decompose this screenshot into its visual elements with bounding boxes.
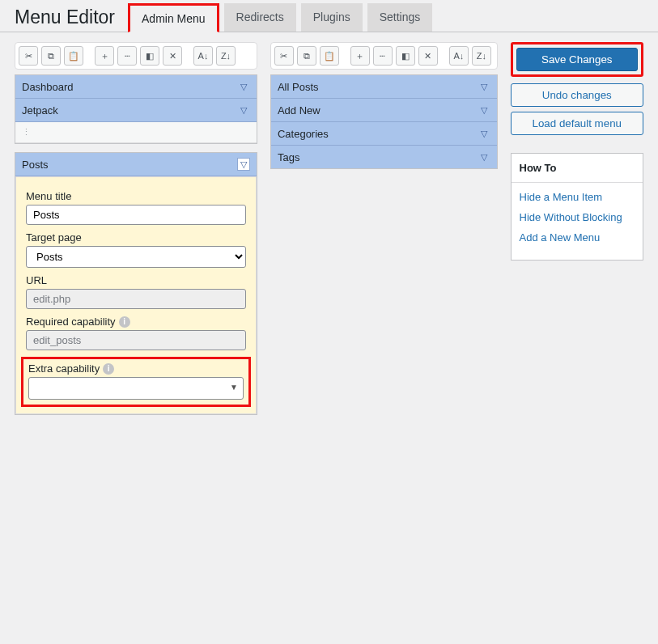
menu-separator[interactable]: ⋮ [15,122,257,143]
target-page-select[interactable]: Posts [26,246,246,268]
sub-item-label: Tags [278,151,299,163]
info-icon[interactable]: i [119,316,130,328]
chevron-down-icon: ▽ [478,127,490,140]
tab-admin-menu[interactable]: Admin Menu [128,3,219,32]
cut-icon[interactable]: ✂ [19,46,38,66]
url-input [26,289,246,309]
chevron-down-icon: ▽ [478,80,490,93]
menu-item-jetpack[interactable]: Jetpack ▽ [15,99,257,122]
sort-asc-icon[interactable]: A↓ [449,46,469,66]
extra-capability-label: Extra capability i [28,362,244,375]
tab-settings[interactable]: Settings [367,3,433,32]
menu-item-label: Posts [22,159,49,171]
extra-capability-section: Extra capability i [21,357,251,407]
sort-desc-icon[interactable]: Z↓ [216,46,236,66]
sub-item-label: All Posts [278,81,319,93]
new-separator-icon[interactable]: ┄ [373,46,393,66]
sub-item-add-new[interactable]: Add New ▽ [271,99,497,122]
chevron-down-icon: ▽ [478,150,490,163]
menu-item-dashboard[interactable]: Dashboard ▽ [15,75,257,99]
sub-item-categories[interactable]: Categories ▽ [271,122,497,146]
howto-box: How To Hide a Menu Item Hide Without Blo… [511,153,643,261]
chevron-down-icon: ▽ [237,104,250,117]
chevron-down-icon: ▽ [237,158,250,171]
sub-item-label: Add New [278,104,321,117]
cut-icon[interactable]: ✂ [274,46,294,66]
delete-icon[interactable]: ✕ [418,46,438,66]
sub-item-label: Categories [278,128,329,140]
menu-item-posts[interactable]: Posts ▽ [15,153,257,176]
tab-bar: Admin Menu Redirects Plugins Settings [126,3,432,32]
howto-links: Hide a Menu Item Hide Without Blocking A… [512,183,643,260]
top-menu-list: Dashboard ▽ Jetpack ▽ ⋮ [15,74,257,144]
sub-item-tags[interactable]: Tags ▽ [271,146,497,168]
howto-link[interactable]: Add a New Menu [520,231,635,244]
menu-title-label: Menu title [26,190,246,202]
hide-icon[interactable]: ◧ [140,46,159,66]
paste-icon[interactable]: 📋 [320,46,339,66]
new-item-icon[interactable]: ＋ [350,46,370,66]
sub-menu-column: ✂ ⧉ 📋 ＋ ┄ ◧ ✕ A↓ Z↓ All Posts ▽ Add New … [270,42,498,415]
info-icon[interactable]: i [103,363,114,375]
paste-icon[interactable]: 📋 [64,46,83,66]
save-button-wrap: Save Changes [511,42,643,77]
menu-item-label: Dashboard [22,81,74,93]
howto-link[interactable]: Hide a Menu Item [520,191,635,203]
chevron-down-icon: ▽ [237,80,250,93]
page-title: Menu Editor [0,0,126,32]
hide-icon[interactable]: ◧ [396,46,415,66]
sort-asc-icon[interactable]: A↓ [193,46,213,66]
copy-icon[interactable]: ⧉ [41,46,61,66]
chevron-down-icon: ▽ [478,104,490,117]
header: Menu Editor Admin Menu Redirects Plugins… [0,0,658,32]
menu-title-input[interactable] [26,205,246,225]
top-menu-column: ✂ ⧉ 📋 ＋ ┄ ◧ ✕ A↓ Z↓ Dashboard ▽ Jetpack … [15,42,257,415]
save-button[interactable]: Save Changes [516,48,638,71]
target-page-label: Target page [26,231,246,244]
sub-toolbar: ✂ ⧉ 📋 ＋ ┄ ◧ ✕ A↓ Z↓ [270,42,498,70]
howto-link[interactable]: Hide Without Blocking [520,211,635,223]
new-separator-icon[interactable]: ┄ [117,46,137,66]
undo-button[interactable]: Undo changes [511,83,643,107]
required-capability-label: Required capability i [26,316,246,328]
top-toolbar: ✂ ⧉ 📋 ＋ ┄ ◧ ✕ A↓ Z↓ [15,42,257,70]
content: ✂ ⧉ 📋 ＋ ┄ ◧ ✕ A↓ Z↓ Dashboard ▽ Jetpack … [0,32,658,425]
actions-column: Save Changes Undo changes Load default m… [511,42,643,415]
tab-redirects[interactable]: Redirects [224,3,296,32]
url-label: URL [26,274,246,286]
howto-title: How To [512,154,643,183]
new-item-icon[interactable]: ＋ [95,46,114,66]
menu-item-label: Jetpack [22,104,58,117]
load-default-button[interactable]: Load default menu [511,112,643,135]
expanded-menu-list: Posts ▽ Menu title Target page Posts URL… [15,152,257,415]
copy-icon[interactable]: ⧉ [297,46,316,66]
extra-capability-select[interactable] [28,377,244,400]
sort-desc-icon[interactable]: Z↓ [472,46,491,66]
menu-item-editor: Menu title Target page Posts URL Require… [15,176,257,414]
sub-menu-list: All Posts ▽ Add New ▽ Categories ▽ Tags … [270,74,498,169]
tab-plugins[interactable]: Plugins [301,3,363,32]
sub-item-all-posts[interactable]: All Posts ▽ [271,75,497,99]
required-capability-input [26,330,246,350]
delete-icon[interactable]: ✕ [163,46,182,66]
